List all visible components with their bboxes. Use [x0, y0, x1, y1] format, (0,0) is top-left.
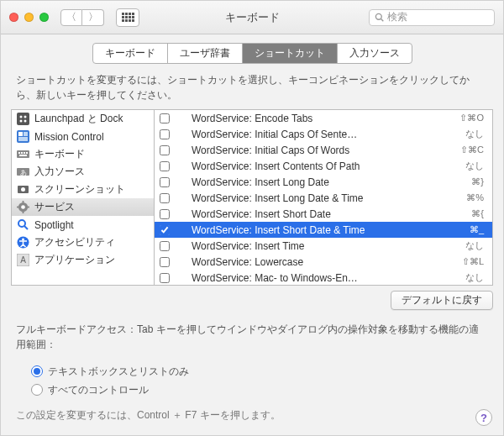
shortcut-checkbox[interactable]: [160, 257, 170, 267]
shortcut-row[interactable]: WordService: Lowercase⇧⌘L: [155, 254, 492, 270]
help-button[interactable]: ?: [475, 409, 492, 426]
show-all-prefs-button[interactable]: [116, 8, 139, 27]
shortcut-checkbox[interactable]: [160, 241, 170, 251]
shortcut-key[interactable]: ⌘%: [466, 192, 487, 203]
shortcut-key[interactable]: なし: [465, 271, 487, 284]
shortcut-key[interactable]: ⌘}: [471, 176, 487, 187]
radio-label: すべてのコントロール: [48, 382, 149, 397]
tab-ユーザ辞書[interactable]: ユーザ辞書: [168, 44, 243, 63]
shortcut-checkbox[interactable]: [160, 225, 170, 235]
svg-point-22: [21, 205, 25, 209]
sidebar-item-label: Spotlight: [34, 219, 74, 231]
sidebar-item[interactable]: Launchpad と Dock: [12, 110, 154, 128]
shortcut-label: WordService: Encode Tabs: [192, 113, 454, 124]
radio-label: テキストボックスとリストのみ: [48, 364, 189, 379]
tab-ショートカット[interactable]: ショートカット: [243, 44, 338, 63]
svg-point-30: [22, 239, 24, 241]
shortcut-row[interactable]: WordService: Insert Contents Of Pathなし: [155, 158, 492, 174]
svg-rect-12: [18, 152, 20, 154]
sidebar-item[interactable]: Aアプリケーション: [12, 251, 154, 269]
sidebar-item[interactable]: スクリーンショット: [12, 181, 154, 198]
shortcut-key[interactable]: ⇧⌘L: [462, 256, 487, 267]
shortcut-row[interactable]: WordService: Initial Caps Of Words⇧⌘C: [155, 142, 492, 158]
sidebar-item[interactable]: アクセシビリティ: [12, 234, 154, 251]
zoom-window-button[interactable]: [39, 13, 49, 22]
shortcut-label: WordService: Insert Long Date: [192, 176, 466, 188]
shortcut-label: WordService: Insert Short Date: [192, 208, 466, 220]
sidebar-item[interactable]: あ入力ソース: [12, 163, 154, 181]
sidebar-item-label: スクリーンショット: [34, 182, 125, 197]
shortcut-list[interactable]: WordService: Encode Tabs⇧⌘OWordService: …: [155, 110, 492, 285]
shortcut-row[interactable]: WordService: Mac- to Windows-En…なし: [155, 270, 492, 285]
radio-icon: [31, 365, 43, 377]
sidebar-item-label: 入力ソース: [34, 165, 85, 179]
launchpad-icon: [17, 113, 29, 125]
sidebar-item[interactable]: Mission Control: [12, 128, 154, 145]
svg-rect-14: [24, 152, 25, 154]
search-icon: [375, 13, 384, 22]
fka-hint: この設定を変更するには、Control ＋ F7 キーを押します。: [16, 407, 488, 423]
close-window-button[interactable]: [9, 13, 18, 22]
shortcut-row[interactable]: WordService: Insert Long Date⌘}: [155, 174, 492, 190]
radio-icon: [31, 384, 43, 396]
shortcut-checkbox[interactable]: [160, 145, 170, 155]
shortcut-checkbox[interactable]: [160, 161, 170, 171]
category-sidebar[interactable]: Launchpad と DockMission Controlキーボードあ入力ソ…: [12, 110, 155, 285]
shortcut-checkbox[interactable]: [160, 209, 170, 219]
svg-line-1: [381, 19, 384, 22]
svg-point-3: [20, 116, 23, 118]
shortcut-label: WordService: Insert Contents Of Path: [192, 160, 460, 172]
shortcut-row[interactable]: WordService: Insert Timeなし: [155, 238, 492, 254]
tab-入力ソース[interactable]: 入力ソース: [338, 44, 412, 63]
search-placeholder: 検索: [387, 10, 407, 24]
tab-segment: キーボードユーザ辞書ショートカット入力ソース: [1, 34, 503, 71]
shortcut-row[interactable]: WordService: Initial Caps Of Sente…なし: [155, 126, 492, 142]
sidebar-item-label: Mission Control: [34, 131, 104, 143]
forward-button[interactable]: 〉: [82, 9, 104, 26]
svg-point-20: [21, 187, 25, 192]
nav-buttons: 〈 〉: [60, 9, 104, 26]
sidebar-item[interactable]: サービス: [12, 198, 154, 216]
shortcut-row[interactable]: WordService: Insert Short Date⌘{: [155, 206, 492, 222]
shortcut-key[interactable]: なし: [465, 239, 487, 252]
svg-rect-11: [17, 150, 29, 158]
shortcut-key[interactable]: ⇧⌘C: [460, 144, 487, 155]
sidebar-item[interactable]: キーボード: [12, 145, 154, 163]
shortcut-key[interactable]: ⇧⌘O: [459, 113, 487, 123]
shortcut-label: WordService: Initial Caps Of Words: [192, 144, 455, 156]
svg-point-0: [375, 13, 381, 19]
shortcut-checkbox[interactable]: [160, 177, 170, 187]
shortcut-checkbox[interactable]: [160, 129, 170, 139]
back-button[interactable]: 〈: [60, 9, 82, 26]
shortcut-checkbox[interactable]: [160, 193, 170, 203]
sidebar-item[interactable]: Spotlight: [12, 216, 154, 234]
shortcut-checkbox[interactable]: [160, 113, 170, 123]
svg-point-6: [24, 120, 27, 123]
shortcut-key[interactable]: なし: [465, 128, 487, 140]
panels: Launchpad と DockMission Controlキーボードあ入力ソ…: [11, 109, 493, 286]
svg-rect-15: [26, 152, 28, 154]
shortcut-label: WordService: Insert Long Date & Time: [192, 192, 461, 204]
svg-rect-8: [18, 132, 23, 136]
shortcut-checkbox[interactable]: [160, 273, 170, 283]
shortcut-row[interactable]: WordService: Insert Long Date & Time⌘%: [155, 190, 492, 206]
restore-defaults-button[interactable]: デフォルトに戻す: [391, 291, 493, 310]
shortcut-row[interactable]: WordService: Encode Tabs⇧⌘O: [155, 110, 492, 126]
shortcut-label: WordService: Insert Time: [192, 240, 460, 252]
fka-radio-option[interactable]: すべてのコントロール: [31, 381, 488, 399]
instruction-text: ショートカットを変更するには、ショートカットを選択し、キーコンビネーションをクリ…: [1, 71, 503, 109]
sidebar-item-label: Launchpad と Dock: [34, 112, 123, 126]
search-field[interactable]: 検索: [369, 9, 495, 26]
shortcut-row[interactable]: WordService: Insert Short Date & Time⌘_: [155, 222, 492, 238]
shortcut-key[interactable]: ⌘_: [470, 224, 487, 235]
titlebar: 〈 〉 キーボード 検索: [1, 1, 503, 34]
shortcut-key[interactable]: なし: [465, 160, 487, 172]
fka-radio-option[interactable]: テキストボックスとリストのみ: [31, 362, 488, 381]
minimize-window-button[interactable]: [24, 13, 34, 22]
input-icon: あ: [17, 165, 29, 178]
svg-rect-2: [17, 113, 29, 125]
shortcut-label: WordService: Lowercase: [192, 256, 457, 268]
shortcut-key[interactable]: ⌘{: [471, 208, 487, 219]
tab-キーボード[interactable]: キーボード: [93, 44, 168, 63]
svg-text:A: A: [20, 255, 26, 265]
